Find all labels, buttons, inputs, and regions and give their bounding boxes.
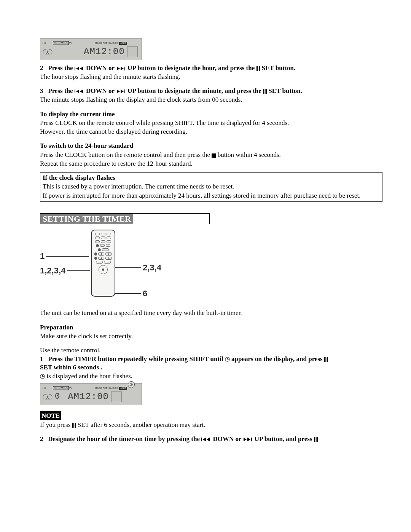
svg-marker-12: [76, 89, 79, 93]
svg-marker-6: [117, 67, 120, 70]
remote-callout-234: 2,3,4: [143, 262, 161, 273]
svg-rect-33: [201, 438, 202, 441]
section-heading-text: SETTING THE TIMER: [40, 214, 133, 224]
skip-back-icon: [201, 437, 211, 442]
svg-point-29: [48, 395, 52, 399]
timer-step2-text: DOWN or: [213, 435, 243, 443]
switch24-line: Press the CLOCK button on the remote con…: [40, 151, 212, 158]
disp-label-automark: AUTO MARK: [53, 386, 69, 390]
level-meter-icon: [111, 391, 122, 402]
svg-rect-10: [259, 66, 260, 71]
pause-icon: [314, 437, 318, 442]
clock-time-readout: AM12:00: [84, 46, 125, 58]
note-body: If you press: [40, 421, 72, 428]
svg-rect-19: [212, 153, 216, 158]
step3-text: DOWN or: [86, 87, 116, 94]
svg-marker-7: [121, 67, 124, 70]
svg-marker-14: [117, 89, 120, 93]
switch24-line: button within 4 seconds.: [218, 151, 281, 158]
section-heading: SETTING THE TIMER: [40, 213, 210, 225]
display-time-line: Press CLOCK on the remote control while …: [40, 119, 382, 127]
timer-step1-text: Press the TIMER button repeatedly while …: [48, 355, 225, 363]
svg-rect-9: [256, 66, 258, 71]
disp-label-pop: POP: [103, 387, 108, 390]
svg-rect-39: [314, 437, 315, 442]
display-time-heading: To display the current time: [40, 110, 382, 118]
timer-display-figure: ◷ HD AUTO MARK TV ROCK POP CLASSIC JAZZ …: [40, 383, 142, 405]
step-number: 2: [40, 64, 43, 72]
timer-step1-body: is displayed and the hour flashes.: [46, 372, 132, 380]
timer-step1-text: appears on the display, and press: [231, 355, 324, 363]
clock-display-figure: HD AUTO MARK TV ROCK POP CLASSIC JAZZ AM…: [40, 38, 142, 60]
remote-callout-1: 1: [40, 251, 45, 262]
timer-step1-text: SET: [40, 364, 54, 371]
step3-text: SET button.: [268, 87, 302, 94]
disp-label-jazz: JAZZ: [119, 42, 127, 45]
svg-point-1: [48, 50, 52, 54]
svg-rect-3: [75, 67, 75, 70]
svg-point-28: [43, 395, 48, 399]
timer-time-readout: AM12:00: [68, 391, 109, 403]
svg-rect-17: [263, 89, 264, 94]
svg-point-0: [43, 50, 48, 54]
skip-back-icon: [75, 66, 84, 71]
svg-marker-37: [247, 438, 250, 441]
clock-flash-note: If the clock display flashes This is cau…: [40, 172, 382, 202]
disp-label-pop: POP: [103, 42, 108, 45]
svg-rect-11: [75, 89, 75, 93]
svg-marker-35: [207, 438, 210, 441]
step-number: 3: [40, 87, 43, 94]
disp-label-jazz: JAZZ: [119, 387, 127, 390]
svg-marker-5: [80, 67, 83, 70]
step-number: 2: [40, 435, 43, 443]
step3-body: The minute stops flashing on the display…: [40, 96, 382, 104]
note-badge: NOTE: [40, 411, 61, 420]
display-time-line: However, the time cannot be displayed du…: [40, 128, 382, 136]
timer-clock-icon: [225, 357, 230, 362]
timer-intro: The unit can be turned on at a specified…: [40, 309, 382, 317]
svg-rect-8: [124, 67, 125, 70]
step-number: 1: [40, 355, 43, 363]
remote-body: [91, 230, 115, 297]
svg-rect-31: [72, 423, 74, 428]
tape-reel-icon: [43, 48, 53, 56]
pause-icon: [263, 89, 267, 94]
skip-forward-icon: [116, 89, 126, 94]
step2-text: DOWN or: [86, 64, 116, 72]
remote-control-figure: 1 1,2,3,4 2,3,4 6: [40, 228, 169, 304]
tape-reel-icon: [43, 393, 53, 401]
preset-readout: 0: [55, 391, 60, 402]
disp-label-rock: ROCK: [95, 42, 102, 45]
pause-icon: [72, 423, 76, 428]
preparation-heading: Preparation: [40, 323, 382, 331]
switch24-heading: To switch to the 24-hour standard: [40, 142, 382, 150]
clock-flash-heading: If the clock display flashes: [43, 174, 380, 182]
disp-label-hd: HD: [43, 387, 46, 390]
disp-label-rock: ROCK: [95, 387, 102, 390]
pause-icon: [324, 357, 328, 362]
disp-label-tv: TV: [69, 42, 72, 45]
svg-rect-18: [266, 89, 267, 94]
step2-text: Press the: [48, 64, 75, 72]
disp-label-hd: HD: [43, 42, 46, 45]
svg-marker-4: [76, 67, 79, 70]
pause-icon: [256, 66, 260, 71]
step2-body: The hour stops flashing and the minute s…: [40, 73, 382, 81]
timer-clock-icon: [40, 374, 45, 379]
note-body: SET after 6 seconds, another operation m…: [78, 421, 205, 428]
remote-callout-6: 6: [143, 288, 147, 299]
timer-step1-text: .: [100, 364, 102, 371]
svg-marker-34: [203, 438, 206, 441]
disp-label-classic: CLASSIC: [108, 387, 118, 390]
disp-label-tv: TV: [69, 387, 72, 390]
svg-rect-23: [324, 357, 326, 362]
preparation-body: Make sure the clock is set correctly.: [40, 332, 382, 340]
level-meter-icon: [127, 46, 138, 57]
skip-forward-icon: [116, 66, 126, 71]
svg-rect-32: [75, 423, 76, 428]
timer-clock-icon: ◷: [128, 381, 135, 388]
svg-rect-16: [124, 89, 125, 93]
svg-rect-40: [316, 437, 318, 442]
step3-text: Press the: [48, 87, 75, 94]
skip-forward-icon: [243, 437, 253, 442]
